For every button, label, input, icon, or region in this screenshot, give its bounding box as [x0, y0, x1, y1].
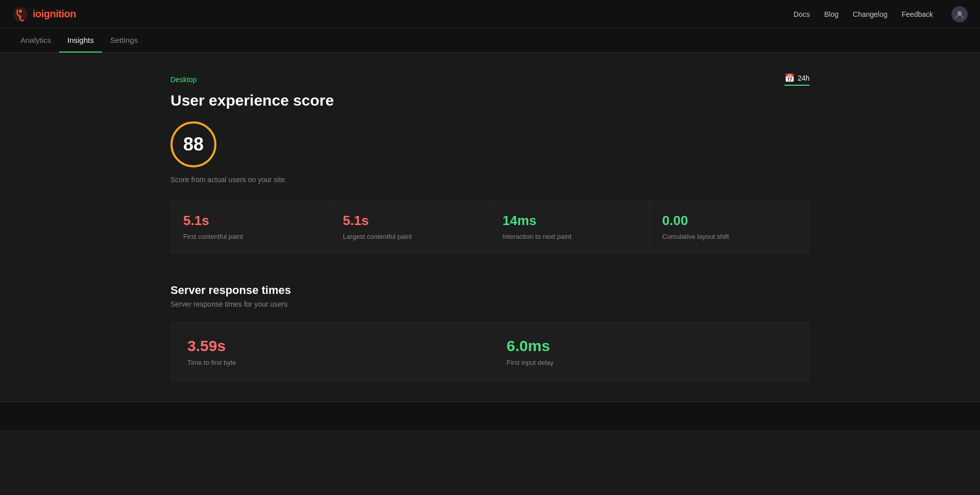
- nav-links: Docs Blog Changelog Feedback: [794, 6, 968, 22]
- server-metric-ttfb: 3.59s Time to first byte: [171, 323, 491, 381]
- server-value-fid: 6.0ms: [507, 337, 793, 355]
- metric-label-lcp: Largest contentful paint: [343, 233, 478, 240]
- metric-card-fcp: 5.1s First contentful paint: [171, 201, 330, 253]
- metric-card-inp: 14ms Interaction to next paint: [491, 201, 650, 253]
- score-number: 88: [183, 134, 204, 155]
- server-subtitle: Server response times for your users: [170, 300, 810, 308]
- tab-insights[interactable]: Insights: [59, 29, 102, 53]
- tab-settings[interactable]: Settings: [102, 29, 146, 53]
- metric-value-fcp: 5.1s: [183, 213, 318, 229]
- nav-changelog[interactable]: Changelog: [853, 10, 888, 18]
- time-selector-value: 24h: [798, 74, 810, 82]
- metric-value-inp: 14ms: [503, 213, 638, 229]
- svg-point-1: [19, 10, 22, 13]
- calendar-icon: 📅: [785, 73, 795, 83]
- nav-feedback[interactable]: Feedback: [902, 10, 933, 18]
- metric-value-lcp: 5.1s: [343, 213, 478, 229]
- avatar-icon: [955, 10, 964, 19]
- user-avatar[interactable]: [951, 6, 968, 22]
- brand-logo-icon: [12, 6, 29, 22]
- nav-blog[interactable]: Blog: [824, 10, 839, 18]
- metrics-grid: 5.1s First contentful paint 5.1s Largest…: [170, 200, 810, 253]
- section-header: Desktop 📅 24h: [170, 73, 810, 86]
- server-metric-fid: 6.0ms First input delay: [491, 323, 810, 381]
- server-value-ttfb: 3.59s: [187, 337, 474, 355]
- nav-docs[interactable]: Docs: [794, 10, 810, 18]
- footer: [0, 402, 980, 430]
- time-selector[interactable]: 📅 24h: [785, 73, 810, 86]
- top-navigation: ioignition Docs Blog Changelog Feedback: [0, 0, 980, 29]
- score-subtitle: Score from actual users on your site.: [170, 176, 810, 184]
- brand-name: ioignition: [33, 8, 76, 20]
- tabs-bar: Analytics Insights Settings: [0, 29, 980, 53]
- ux-score-section: User experience score 88 Score from actu…: [170, 92, 810, 184]
- metric-label-inp: Interaction to next paint: [503, 233, 638, 240]
- metric-label-fcp: First contentful paint: [183, 233, 318, 240]
- server-label-ttfb: Time to first byte: [187, 359, 474, 366]
- device-label: Desktop: [170, 76, 197, 84]
- server-title: Server response times: [170, 284, 810, 297]
- metric-card-cls: 0.00 Cumulative layout shift: [650, 201, 809, 253]
- server-metrics: 3.59s Time to first byte 6.0ms First inp…: [170, 323, 810, 381]
- svg-point-2: [958, 11, 962, 15]
- metric-value-cls: 0.00: [662, 213, 797, 229]
- main-content: Desktop 📅 24h User experience score 88 S…: [158, 53, 822, 402]
- ux-title: User experience score: [170, 92, 810, 109]
- metric-card-lcp: 5.1s Largest contentful paint: [331, 201, 490, 253]
- metric-label-cls: Cumulative layout shift: [662, 233, 797, 240]
- score-circle: 88: [170, 121, 216, 167]
- server-label-fid: First input delay: [507, 359, 793, 366]
- logo-area[interactable]: ioignition: [12, 6, 76, 22]
- tab-analytics[interactable]: Analytics: [12, 29, 59, 53]
- server-section: Server response times Server response ti…: [170, 284, 810, 381]
